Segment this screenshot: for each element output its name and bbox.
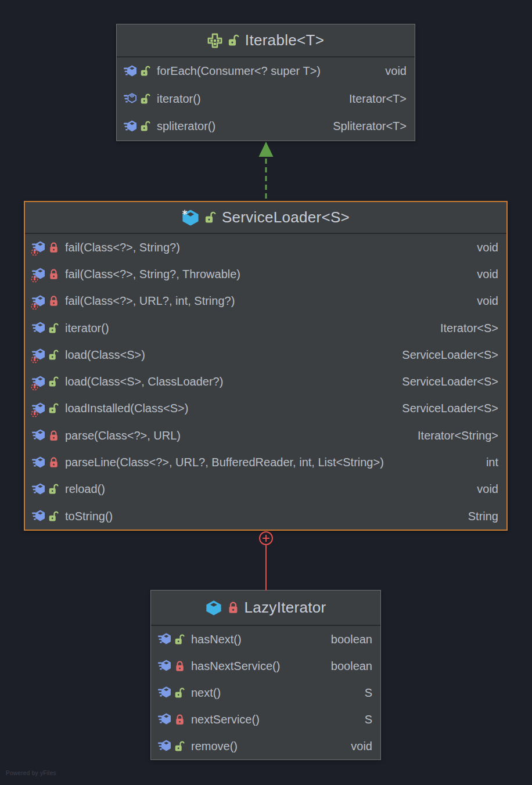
method-icon <box>32 510 45 523</box>
method-name: next() <box>191 686 221 700</box>
public-lock-icon <box>175 741 185 752</box>
method-name: fail(Class<?>, URL?, int, String?) <box>65 294 235 308</box>
private-lock-icon <box>175 714 185 725</box>
method-icon <box>32 322 45 334</box>
return-type: void <box>471 482 498 496</box>
class-node-serviceloader[interactable]: ServiceLoader<S> fail(Class<?>, String?)… <box>24 201 508 531</box>
method-row[interactable]: remove() void <box>151 733 380 759</box>
private-lock-icon <box>49 430 59 441</box>
class-header-iterable[interactable]: Iterable<T> <box>117 24 415 57</box>
method-row[interactable]: iterator() Iterator<T> <box>117 85 415 113</box>
class-node-lazyiterator[interactable]: LazyIterator hasNext() boolean hasNextSe… <box>150 590 381 760</box>
method-name: nextService() <box>191 713 260 726</box>
method-row[interactable]: fail(Class<?>, URL?, int, String?) void <box>25 288 506 315</box>
method-row[interactable]: toString() String <box>25 503 506 530</box>
public-lock-icon <box>49 511 59 522</box>
public-lock-icon <box>141 121 150 132</box>
method-name: loadInstalled(Class<S>) <box>65 402 188 415</box>
method-row[interactable]: load(Class<S>, ClassLoader?) ServiceLoad… <box>25 368 506 395</box>
method-icon <box>158 633 171 646</box>
method-name: remove() <box>191 740 238 753</box>
static-badge-icon <box>31 303 38 310</box>
static-badge-icon <box>31 275 38 283</box>
method-row[interactable]: hasNext() boolean <box>151 626 380 653</box>
implements-edge[interactable] <box>256 141 276 201</box>
return-type: String <box>462 510 498 523</box>
method-row[interactable]: parseLine(Class<?>, URL?, BufferedReader… <box>25 449 506 476</box>
return-type: S <box>359 686 372 700</box>
return-type: void <box>471 268 498 281</box>
method-row[interactable]: iterator() Iterator<S> <box>25 315 506 341</box>
method-row[interactable]: forEach(Consumer<? super T>) void <box>117 57 415 85</box>
method-row[interactable]: parse(Class<?>, URL) Iterator<String> <box>25 422 506 449</box>
private-lock-icon <box>228 602 239 614</box>
method-row[interactable]: reload() void <box>25 476 506 503</box>
public-lock-icon <box>49 484 59 495</box>
method-list: fail(Class<?>, String?) void fail(Class<… <box>25 234 506 530</box>
return-type: Iterator<T> <box>343 92 407 106</box>
abstract-method-icon <box>124 92 136 105</box>
method-icon <box>32 456 45 469</box>
method-icon <box>124 65 136 78</box>
method-icon <box>32 429 45 442</box>
inner-class-edge[interactable] <box>256 529 276 590</box>
method-icon <box>158 686 171 699</box>
public-lock-icon <box>175 634 185 645</box>
return-type: void <box>345 740 372 753</box>
final-class-icon <box>182 210 199 226</box>
method-icon <box>158 713 171 726</box>
method-row[interactable]: nextService() S <box>151 706 380 733</box>
method-name: fail(Class<?>, String?, Throwable) <box>65 268 240 281</box>
public-lock-icon <box>141 66 150 77</box>
class-title: Iterable<T> <box>245 31 324 49</box>
method-name: load(Class<S>, ClassLoader?) <box>65 375 223 388</box>
implements-arrowhead-icon <box>259 142 274 157</box>
method-name: reload() <box>65 482 105 496</box>
public-lock-icon <box>141 93 150 105</box>
return-type: ServiceLoader<S> <box>396 375 498 388</box>
class-header-serviceloader[interactable]: ServiceLoader<S> <box>25 202 506 234</box>
method-icon <box>124 120 136 133</box>
method-name: hasNextService() <box>191 660 280 673</box>
return-type: void <box>379 64 407 78</box>
class-title: ServiceLoader<S> <box>222 208 350 226</box>
public-lock-icon <box>49 376 59 387</box>
method-row[interactable]: fail(Class<?>, String?) void <box>25 234 506 261</box>
public-lock-icon <box>175 687 185 698</box>
return-type: S <box>359 713 372 726</box>
method-row[interactable]: load(Class<S>) ServiceLoader<S> <box>25 341 506 368</box>
public-lock-icon <box>49 350 59 361</box>
return-type: void <box>471 294 498 308</box>
return-type: boolean <box>325 660 372 673</box>
class-header-lazyiterator[interactable]: LazyIterator <box>151 590 380 626</box>
method-row[interactable]: next() S <box>151 679 380 706</box>
method-icon <box>32 483 45 496</box>
static-badge-icon <box>31 249 38 256</box>
method-icon <box>158 660 171 672</box>
method-name: parseLine(Class<?>, URL?, BufferedReader… <box>65 456 384 469</box>
method-row[interactable]: spliterator() Spliterator<T> <box>117 113 415 141</box>
static-badge-icon <box>31 356 38 363</box>
return-type: ServiceLoader<S> <box>396 348 498 362</box>
public-lock-icon <box>205 211 216 224</box>
class-title: LazyIterator <box>245 599 326 617</box>
method-name: fail(Class<?>, String?) <box>65 241 180 254</box>
class-node-iterable[interactable]: Iterable<T> forEach(Consumer<? super T>)… <box>116 24 415 141</box>
return-type: boolean <box>325 633 372 646</box>
method-row[interactable]: fail(Class<?>, String?, Throwable) void <box>25 261 506 287</box>
private-lock-icon <box>49 269 59 280</box>
method-row[interactable]: loadInstalled(Class<S>) ServiceLoader<S> <box>25 395 506 422</box>
method-row[interactable]: hasNextService() boolean <box>151 653 380 679</box>
private-lock-icon <box>49 457 59 468</box>
method-name: forEach(Consumer<? super T>) <box>157 64 321 78</box>
public-lock-icon <box>228 34 239 46</box>
private-lock-icon <box>175 661 185 672</box>
private-lock-icon <box>49 296 59 307</box>
class-icon <box>206 600 222 615</box>
static-badge-icon <box>31 383 38 391</box>
static-badge-icon <box>31 410 38 417</box>
return-type: Iterator<String> <box>412 429 498 442</box>
return-type: Spliterator<T> <box>327 120 407 133</box>
interface-icon <box>207 33 222 48</box>
method-name: toString() <box>65 510 113 523</box>
